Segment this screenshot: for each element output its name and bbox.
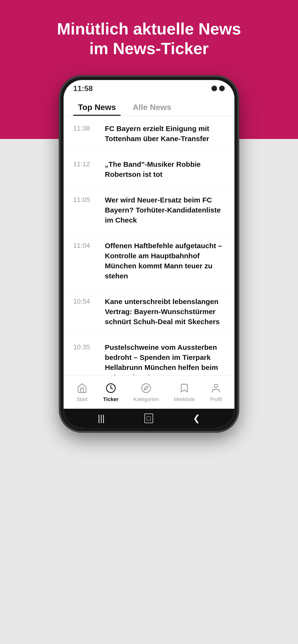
home-icon <box>76 382 88 394</box>
news-time: 11:05 <box>73 195 97 204</box>
user-icon <box>210 382 222 394</box>
nav-item-profil[interactable]: Profil <box>210 382 222 402</box>
tab-alle-news[interactable]: Alle News <box>128 97 176 116</box>
nav-item-ticker[interactable]: Ticker <box>103 382 118 402</box>
nav-label-merkliste: Merkliste <box>174 396 195 402</box>
nav-label-ticker: Ticker <box>103 396 118 402</box>
clock-icon <box>105 382 117 394</box>
bookmark-icon <box>178 382 191 394</box>
news-time: 11:38 <box>73 124 97 132</box>
back-gesture-icon: ||| <box>98 413 105 423</box>
list-item[interactable]: 11:05 Wer wird Neuer-Ersatz beim FC Baye… <box>64 187 234 233</box>
recents-gesture-icon: ❮ <box>193 413 200 423</box>
news-time: 10:35 <box>73 342 97 351</box>
tab-top-news[interactable]: Top News <box>73 97 121 116</box>
hero-line2: im News-Ticker <box>14 39 284 58</box>
home-gesture-icon: □ <box>144 414 153 423</box>
nav-item-merkliste[interactable]: Merkliste <box>174 382 195 402</box>
gesture-bar: ||| □ ❮ <box>64 409 234 428</box>
nav-item-kategorien[interactable]: Kategorien <box>133 382 159 402</box>
news-title: „The Band"-Musiker Robbie Robertson ist … <box>105 159 225 180</box>
news-list: 11:38 FC Bayern erzielt Einigung mit Tot… <box>64 116 234 375</box>
svg-point-3 <box>214 384 218 388</box>
phone-frame: 11:58 Top News Alle News 11:38 FC B <box>60 77 238 431</box>
news-title: Offenen Haftbefehle aufgetaucht – Kontro… <box>105 241 225 281</box>
list-item[interactable]: 11:04 Offenen Haftbefehle aufgetaucht – … <box>64 233 234 289</box>
compass-icon <box>140 382 152 394</box>
screen-content: Top News Alle News 11:38 FC Bayern erzie… <box>64 97 234 428</box>
news-title: Wer wird Neuer-Ersatz beim FC Bayern? To… <box>105 195 225 225</box>
svg-marker-2 <box>144 386 148 390</box>
nav-label-start: Start <box>77 396 88 402</box>
news-time: 11:12 <box>73 159 97 168</box>
news-time: 10:54 <box>73 296 97 305</box>
camera-lens-2 <box>219 86 225 91</box>
nav-label-kategorien: Kategorien <box>133 396 159 402</box>
hero-text: Minütlich aktuelle News im News-Ticker <box>0 19 298 58</box>
news-title: Pustelschweine vom Aussterben bedroht – … <box>105 342 225 375</box>
phone-screen: 11:58 Top News Alle News 11:38 FC B <box>64 80 234 428</box>
nav-item-start[interactable]: Start <box>76 382 88 402</box>
news-title: Kane unterschreibt lebenslangen Vertrag:… <box>105 296 225 327</box>
list-item[interactable]: 10:35 Pustelschweine vom Aussterben bedr… <box>64 335 234 375</box>
camera-area <box>211 86 225 91</box>
nav-label-profil: Profil <box>210 396 222 402</box>
news-time: 11:04 <box>73 241 97 250</box>
svg-point-1 <box>142 384 151 392</box>
hero-line1: Minütlich aktuelle News <box>14 19 284 39</box>
camera-lens-1 <box>211 86 217 91</box>
list-item[interactable]: 11:38 FC Bayern erzielt Einigung mit Tot… <box>64 116 234 152</box>
list-item[interactable]: 10:54 Kane unterschreibt lebenslangen Ve… <box>64 289 234 335</box>
news-title: FC Bayern erzielt Einigung mit Tottenham… <box>105 124 225 144</box>
list-item[interactable]: 11:12 „The Band"-Musiker Robbie Robertso… <box>64 152 234 187</box>
status-time: 11:58 <box>73 84 93 93</box>
bottom-nav: Start Ticker <box>64 375 234 409</box>
tabs-bar: Top News Alle News <box>64 97 234 116</box>
status-bar: 11:58 <box>64 80 234 97</box>
